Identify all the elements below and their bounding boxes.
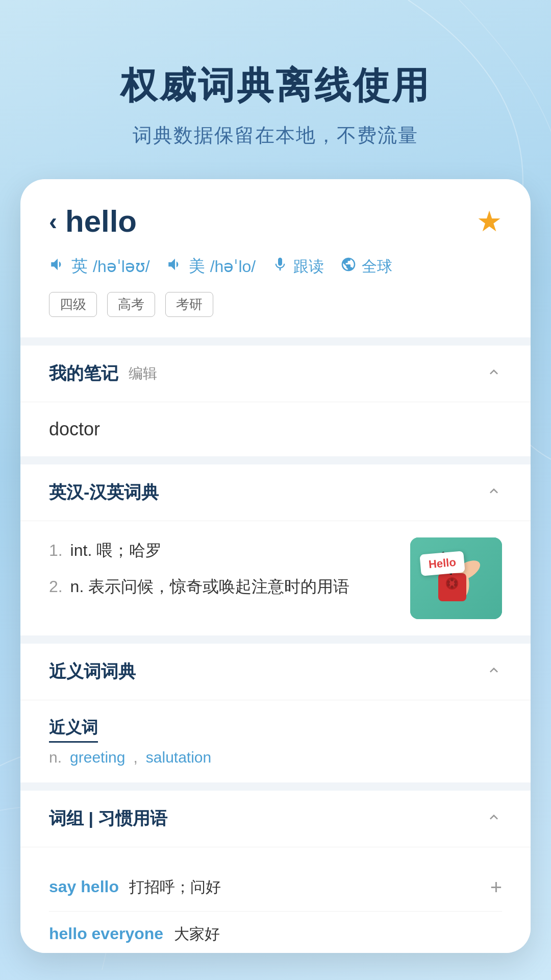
phrases-section: 词组 | 习惯用语 say hello 打招呼；问好 + hello every…	[20, 791, 531, 953]
notes-chevron	[486, 364, 502, 384]
phrase-word-2[interactable]: hello everyone	[49, 924, 163, 943]
us-speaker-icon[interactable]	[166, 256, 184, 278]
uk-speaker-icon[interactable]	[49, 256, 66, 278]
notes-section-header[interactable]: 我的笔记 编辑	[20, 346, 531, 402]
synonym-pos: n.	[49, 749, 62, 766]
svg-point-6	[450, 578, 454, 581]
synonyms-section: 近义词词典 近义词 n. greeting , salutation	[20, 644, 531, 782]
word-row: ‹ hello ★	[49, 204, 502, 239]
follow-read-button[interactable]: 跟读	[272, 256, 324, 277]
svg-point-10	[454, 583, 457, 586]
tag-cet4: 四级	[49, 292, 97, 317]
dict-chevron	[486, 483, 502, 503]
mic-icon	[272, 256, 288, 277]
phrase-item-2: hello everyone 大家好	[49, 912, 502, 953]
svg-point-9	[450, 585, 454, 589]
synonyms-section-title: 近义词词典	[49, 660, 136, 683]
synonym-label: 近义词	[49, 717, 98, 743]
phrases-section-header[interactable]: 词组 | 习惯用语	[20, 791, 531, 847]
svg-point-7	[454, 580, 457, 583]
main-title: 权威词典离线使用	[0, 61, 551, 110]
synonyms-content: 近义词 n. greeting , salutation	[20, 700, 531, 782]
definitions-container: 1. int. 喂；哈罗 2. n. 表示问候，惊奇或唤起注意时的用语 Hell…	[49, 537, 502, 619]
favorite-star[interactable]: ★	[477, 205, 502, 238]
uk-phonetic-text: /həˈləʊ/	[93, 257, 150, 276]
svg-point-8	[447, 583, 450, 586]
notes-title-row: 我的笔记 编辑	[49, 362, 157, 385]
synonym-word-2[interactable]: salutation	[146, 749, 211, 766]
hello-illustration: Hello	[410, 537, 502, 619]
dict-section-title: 英汉-汉英词典	[49, 481, 159, 504]
us-phonetic-text: /həˈlo/	[210, 257, 256, 276]
phonetics-row: 英 /həˈləʊ/ 美 /həˈlo/	[49, 255, 502, 278]
phrases-section-title: 词组 | 习惯用语	[49, 807, 167, 830]
add-phrase-1-button[interactable]: +	[490, 876, 502, 899]
notes-section-title: 我的笔记	[49, 362, 118, 385]
svg-point-5	[447, 580, 450, 583]
definition-1: 1. int. 喂；哈罗	[49, 537, 395, 564]
synonyms-chevron	[486, 662, 502, 682]
global-label: 全球	[362, 256, 392, 277]
global-icon	[340, 256, 357, 277]
synonym-row: n. greeting , salutation	[49, 749, 502, 766]
def-text-2: 表示问候，惊奇或唤起注意时的用语	[88, 577, 349, 596]
synonym-word-1[interactable]: greeting	[70, 749, 125, 766]
phrase-item-1-content: say hello 打招呼；问好	[49, 877, 221, 898]
synonyms-section-header[interactable]: 近义词词典	[20, 644, 531, 700]
notes-section: 我的笔记 编辑 doctor	[20, 346, 531, 456]
phrase-item-2-content: hello everyone 大家好	[49, 924, 220, 945]
follow-read-label: 跟读	[293, 256, 324, 277]
def-num-2: 2.	[49, 577, 63, 596]
dict-content: 1. int. 喂；哈罗 2. n. 表示问候，惊奇或唤起注意时的用语 Hell…	[20, 521, 531, 635]
headword: hello	[65, 204, 137, 239]
sub-title: 词典数据保留在本地，不费流量	[0, 122, 551, 149]
phrases-content: say hello 打招呼；问好 + hello everyone 大家好	[20, 847, 531, 953]
tag-postgrad: 考研	[165, 292, 213, 317]
phrase-meaning-1: 打招呼；问好	[129, 878, 221, 895]
dict-section-header[interactable]: 英汉-汉英词典	[20, 464, 531, 521]
uk-phonetic: 英 /həˈləʊ/	[49, 255, 150, 278]
hello-tag: Hello	[419, 551, 465, 576]
synonym-comma: ,	[133, 749, 137, 766]
us-label: 美	[189, 255, 205, 278]
def-pos-1: int.	[70, 541, 92, 559]
phrases-chevron	[486, 809, 502, 829]
notes-content: doctor	[20, 402, 531, 456]
definitions-text: 1. int. 喂；哈罗 2. n. 表示问候，惊奇或唤起注意时的用语	[49, 537, 395, 610]
us-phonetic: 美 /həˈlo/	[166, 255, 256, 278]
header-section: 权威词典离线使用 词典数据保留在本地，不费流量	[0, 0, 551, 179]
dictionary-card: ‹ hello ★ 英 /həˈləʊ/	[20, 179, 531, 953]
word-left: ‹ hello	[49, 204, 137, 239]
phrase-word-1[interactable]: say hello	[49, 877, 119, 896]
def-num-1: 1.	[49, 541, 63, 559]
dict-en-zh-section: 英汉-汉英词典 1. int. 喂；哈罗 2. n.	[20, 464, 531, 635]
word-header: ‹ hello ★ 英 /həˈləʊ/	[20, 179, 531, 337]
tag-gaokao: 高考	[107, 292, 155, 317]
phrase-item-1: say hello 打招呼；问好 +	[49, 864, 502, 912]
global-button[interactable]: 全球	[340, 256, 392, 277]
definition-2: 2. n. 表示问候，惊奇或唤起注意时的用语	[49, 574, 395, 600]
uk-label: 英	[71, 255, 88, 278]
exam-tags: 四级 高考 考研	[49, 292, 502, 317]
def-pos-2: n.	[70, 577, 84, 596]
phrase-meaning-2: 大家好	[174, 925, 220, 942]
note-text: doctor	[49, 419, 100, 439]
back-button[interactable]: ‹	[49, 207, 57, 235]
def-text-1: 喂；哈罗	[96, 541, 162, 559]
notes-edit-button[interactable]: 编辑	[129, 364, 157, 383]
